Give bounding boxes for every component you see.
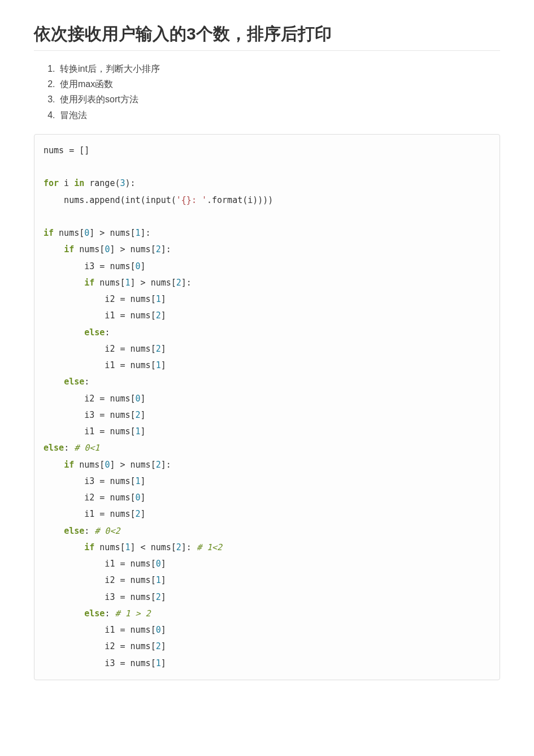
- code-token: [44, 278, 84, 288]
- code-token: :: [84, 377, 89, 387]
- code-token: i1 = nums[: [44, 360, 156, 370]
- code-token: if: [84, 278, 94, 288]
- code-token: ]: [141, 261, 146, 271]
- code-token: i2 = nums[: [44, 641, 156, 651]
- code-token: 0: [156, 625, 161, 635]
- code-token: nums[: [94, 542, 125, 552]
- list-item: 转换int后，判断大小排序: [58, 61, 500, 76]
- code-token: 1: [125, 542, 131, 552]
- code-token: 2: [156, 310, 161, 321]
- code-token: [44, 377, 64, 387]
- code-block: nums = [] for i in range(3): nums.append…: [34, 134, 500, 680]
- code-token: ]: [141, 476, 146, 486]
- code-token: i2 = nums[: [44, 493, 136, 503]
- code-token: 2: [136, 509, 141, 519]
- code-token: 2: [176, 278, 181, 288]
- code-token: else: [64, 377, 84, 387]
- code-token: ]:: [181, 278, 192, 288]
- methods-list: 转换int后，判断大小排序 使用max函数 使用列表的sort方法 冒泡法: [34, 61, 500, 123]
- code-token: 2: [156, 344, 161, 354]
- list-item: 使用max函数: [58, 76, 500, 92]
- code-token: :: [84, 526, 94, 536]
- code-token: ):: [125, 178, 136, 188]
- code-token: 2: [136, 410, 141, 420]
- code-token: ]: [161, 641, 166, 651]
- code-token: ] > nums[: [110, 460, 155, 470]
- code-token: i2 = nums[: [44, 394, 136, 404]
- code-token: i: [59, 178, 74, 188]
- code-token: [44, 608, 84, 619]
- code-token: # 0<1: [74, 443, 99, 453]
- code-token: else: [64, 526, 84, 536]
- code-token: # 0<2: [94, 526, 120, 536]
- code-token: # 1 > 2: [115, 608, 150, 619]
- code-token: nums[: [54, 228, 84, 238]
- code-token: if: [84, 542, 94, 552]
- code-token: ]: [161, 360, 166, 370]
- code-token: ]:: [161, 460, 171, 470]
- code-token: ] > nums[: [89, 228, 135, 238]
- code-token: '{}: ': [176, 195, 207, 205]
- code-token: ]: [141, 426, 146, 437]
- code-token: 0: [136, 261, 141, 271]
- code-token: ]: [161, 575, 166, 585]
- code-token: 1: [156, 658, 161, 668]
- code-token: 3: [120, 178, 125, 188]
- code-token: ]: [161, 344, 166, 354]
- code-token: nums[: [74, 460, 105, 470]
- code-token: 1: [156, 575, 161, 585]
- code-token: ]:: [181, 542, 197, 552]
- code-token: ]: [141, 493, 146, 503]
- code-token: 2: [156, 592, 161, 602]
- code-token: 2: [176, 542, 181, 552]
- code-token: ]: [161, 294, 166, 304]
- code-token: ] > nums[: [110, 244, 155, 254]
- code-token: in: [74, 178, 84, 188]
- code-token: 0: [156, 559, 161, 569]
- code-token: i1 = nums[: [44, 559, 156, 569]
- code-token: i1 = nums[: [44, 625, 156, 635]
- code-token: i1 = nums[: [44, 426, 136, 437]
- code-token: for: [44, 178, 59, 188]
- code-token: [44, 244, 64, 254]
- code-token: if: [64, 244, 74, 254]
- code-token: i1 = nums[: [44, 310, 156, 321]
- code-token: # 1<2: [197, 542, 222, 552]
- code-token: 1: [136, 228, 141, 238]
- list-item: 使用列表的sort方法: [58, 92, 500, 107]
- code-token: else: [84, 327, 105, 338]
- code-token: i3 = nums[: [44, 476, 136, 486]
- code-token: :: [105, 327, 110, 338]
- code-token: ]: [161, 625, 166, 635]
- code-token: 1: [136, 476, 141, 486]
- code-token: nums = []: [44, 145, 89, 155]
- list-item: 冒泡法: [58, 107, 500, 123]
- code-token: 1: [125, 278, 131, 288]
- code-token: if: [64, 460, 74, 470]
- code-token: 1: [136, 426, 141, 437]
- code-token: 0: [136, 394, 141, 404]
- code-token: [44, 542, 84, 552]
- code-token: i2 = nums[: [44, 344, 156, 354]
- code-token: else: [44, 443, 64, 453]
- code-token: i2 = nums[: [44, 575, 156, 585]
- code-token: 2: [156, 460, 161, 470]
- code-token: 2: [156, 641, 161, 651]
- code-token: ]: [141, 509, 146, 519]
- code-token: nums[: [94, 278, 125, 288]
- code-token: ] > nums[: [131, 278, 176, 288]
- code-token: else: [84, 608, 105, 619]
- code-token: i1 = nums[: [44, 509, 136, 519]
- code-token: 0: [136, 493, 141, 503]
- code-token: i3 = nums[: [44, 592, 156, 602]
- code-token: i3 = nums[: [44, 410, 136, 420]
- code-token: nums[: [74, 244, 105, 254]
- code-token: ]:: [141, 228, 151, 238]
- code-token: :: [64, 443, 74, 453]
- code-token: ]: [161, 310, 166, 321]
- code-token: ]: [141, 394, 146, 404]
- code-token: 1: [156, 294, 161, 304]
- code-token: [44, 526, 64, 536]
- code-token: 2: [156, 244, 161, 254]
- code-token: ] < nums[: [131, 542, 176, 552]
